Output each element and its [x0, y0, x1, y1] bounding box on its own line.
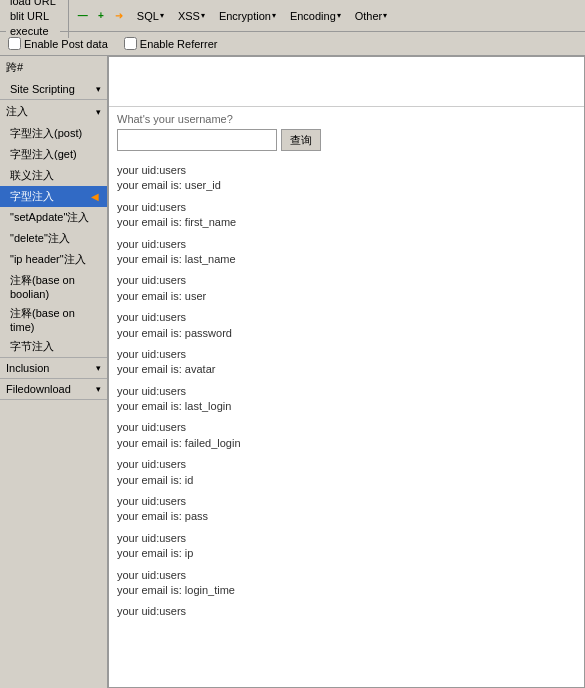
- result-entry: your uid:usersyour email is: last_login: [117, 384, 576, 415]
- result-email: your email is: id: [117, 473, 576, 488]
- result-entry: your uid:usersyour email is: id: [117, 457, 576, 488]
- injection-time[interactable]: 注释(base on time): [0, 303, 107, 336]
- enable-referrer-label[interactable]: Enable Referrer: [124, 37, 218, 50]
- arrow-icon[interactable]: ➜: [111, 8, 127, 24]
- result-uid: your uid:users: [117, 347, 576, 362]
- xss-section-header[interactable]: 跨#: [0, 56, 107, 79]
- query-input-row: 查询: [117, 129, 576, 151]
- enable-post-checkbox[interactable]: [8, 37, 21, 50]
- query-label: What's your username?: [117, 113, 576, 125]
- result-entry: your uid:usersyour email is: user: [117, 273, 576, 304]
- xss-menu[interactable]: XSS▾: [174, 8, 209, 24]
- result-uid: your uid:users: [117, 200, 576, 215]
- encryption-menu[interactable]: Encryption▾: [215, 8, 280, 24]
- filedownload-section-header[interactable]: Filedownload ▾: [0, 379, 107, 399]
- blit-url-btn[interactable]: blit URL: [6, 9, 60, 23]
- injection-get[interactable]: 字型注入(get): [0, 144, 107, 165]
- result-uid: your uid:users: [117, 494, 576, 509]
- enable-post-label[interactable]: Enable Post data: [8, 37, 108, 50]
- inclusion-section: Inclusion ▾: [0, 358, 107, 379]
- result-uid: your uid:users: [117, 457, 576, 472]
- result-email: your email is: first_name: [117, 215, 576, 230]
- result-email: your email is: avatar: [117, 362, 576, 377]
- result-uid: your uid:users: [117, 420, 576, 435]
- result-uid: your uid:users: [117, 604, 576, 619]
- result-email: your email is: user: [117, 289, 576, 304]
- result-entry: your uid:usersyour email is: login_time: [117, 568, 576, 599]
- result-email: your email is: last_login: [117, 399, 576, 414]
- injection-header[interactable]: "ip header"注入: [0, 249, 107, 270]
- result-entry: your uid:usersyour email is: avatar: [117, 347, 576, 378]
- sidebar: 跨# Site Scripting ▾ 注入 ▾ 字型注入(post) 字型注入…: [0, 56, 108, 688]
- query-section: What's your username? 查询: [109, 107, 584, 163]
- main-layout: 跨# Site Scripting ▾ 注入 ▾ 字型注入(post) 字型注入…: [0, 56, 585, 688]
- injection-boolean[interactable]: 注释(base on boolian): [0, 270, 107, 303]
- result-entry: your uid:usersyour email is: failed_logi…: [117, 420, 576, 451]
- injection-joint[interactable]: 联义注入: [0, 165, 107, 186]
- main-toolbar: load URL blit URL execute — + ➜ SQL▾ XSS…: [0, 0, 585, 32]
- encoding-menu[interactable]: Encoding▾: [286, 8, 345, 24]
- result-uid: your uid:users: [117, 531, 576, 546]
- injection-post[interactable]: 字型注入(post): [0, 123, 107, 144]
- result-uid: your uid:users: [117, 384, 576, 399]
- result-email: your email is: ip: [117, 546, 576, 561]
- result-entry: your uid:users: [117, 604, 576, 619]
- result-entry: your uid:usersyour email is: last_name: [117, 237, 576, 268]
- plus-icon[interactable]: +: [93, 8, 109, 24]
- minus-icon[interactable]: —: [75, 8, 91, 24]
- result-rows: your uid:usersyour email is: user_idyour…: [109, 163, 584, 620]
- load-url-btn[interactable]: load URL: [6, 0, 60, 8]
- result-uid: your uid:users: [117, 310, 576, 325]
- result-email: your email is: password: [117, 326, 576, 341]
- xss-section: 跨# Site Scripting ▾: [0, 56, 107, 100]
- result-entry: your uid:usersyour email is: user_id: [117, 163, 576, 194]
- enable-referrer-checkbox[interactable]: [124, 37, 137, 50]
- result-entry: your uid:usersyour email is: first_name: [117, 200, 576, 231]
- result-email: your email is: failed_login: [117, 436, 576, 451]
- result-email: your email is: login_time: [117, 583, 576, 598]
- result-entry: your uid:usersyour email is: ip: [117, 531, 576, 562]
- enable-bar: Enable Post data Enable Referrer: [0, 32, 585, 56]
- result-uid: your uid:users: [117, 163, 576, 178]
- execute-btn[interactable]: execute: [6, 24, 60, 38]
- url-area: [109, 57, 584, 107]
- content-panel: What's your username? 查询 your uid:usersy…: [108, 56, 585, 688]
- injection-char[interactable]: 字型注入: [0, 186, 107, 207]
- injection-delete[interactable]: "delete"注入: [0, 228, 107, 249]
- result-entry: your uid:usersyour email is: password: [117, 310, 576, 341]
- injection-section: 注入 ▾ 字型注入(post) 字型注入(get) 联义注入 字型注入 "set…: [0, 100, 107, 358]
- sql-menu[interactable]: SQL▾: [133, 8, 168, 24]
- query-input[interactable]: [117, 129, 277, 151]
- injection-byte[interactable]: 字节注入: [0, 336, 107, 357]
- filedownload-section: Filedownload ▾: [0, 379, 107, 400]
- injection-section-header[interactable]: 注入 ▾: [0, 100, 107, 123]
- result-uid: your uid:users: [117, 273, 576, 288]
- other-menu[interactable]: Other▾: [351, 8, 392, 24]
- toolbar-icons: — + ➜: [75, 8, 127, 24]
- result-email: your email is: pass: [117, 509, 576, 524]
- inclusion-section-header[interactable]: Inclusion ▾: [0, 358, 107, 378]
- injection-setapdate[interactable]: "setApdate"注入: [0, 207, 107, 228]
- site-scripting-item[interactable]: Site Scripting ▾: [0, 79, 107, 99]
- query-button[interactable]: 查询: [281, 129, 321, 151]
- result-email: your email is: user_id: [117, 178, 576, 193]
- result-entry: your uid:usersyour email is: pass: [117, 494, 576, 525]
- result-uid: your uid:users: [117, 237, 576, 252]
- result-email: your email is: last_name: [117, 252, 576, 267]
- result-uid: your uid:users: [117, 568, 576, 583]
